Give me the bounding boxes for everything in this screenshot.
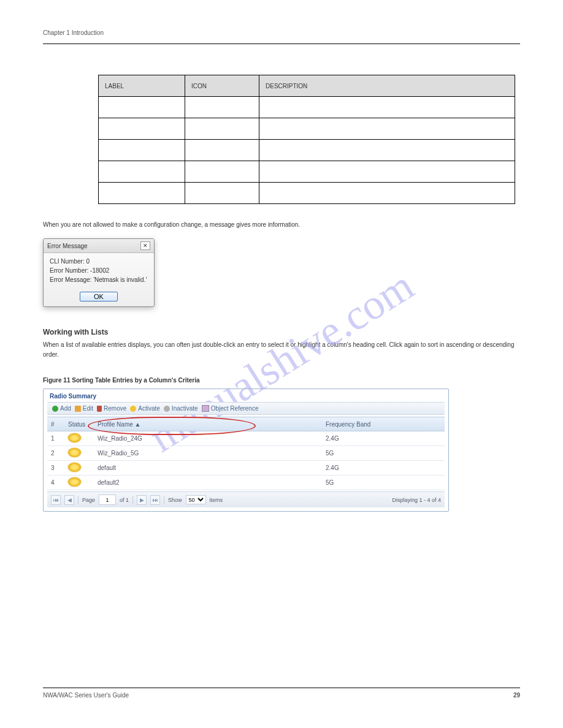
section-heading: Working with Lists [43,328,520,336]
col-status[interactable]: Status [64,419,94,430]
figure-caption: Figure 11 Sorting Table Entries by a Col… [43,377,520,384]
col-profile-name[interactable]: Profile Name ▲ [94,419,322,430]
reference-icon [202,405,209,412]
displaying-label: Displaying 1 - 4 of 4 [392,497,441,503]
th-icon: ICON [185,75,259,97]
dialog-titlebar[interactable]: Error Message ✕ [44,239,154,253]
activate-button[interactable]: Activate [130,405,160,412]
page-footer: NWA/WAC Series User's Guide 29 [43,688,520,699]
page-input[interactable] [99,495,116,505]
dialog-title: Error Message [47,243,88,249]
inactivate-button[interactable]: Inactivate [164,405,198,412]
status-bulb-icon [68,433,81,442]
error-dialog: Error Message ✕ CLI Number: 0 Error Numb… [43,238,155,307]
next-page-button[interactable]: ▶ [137,495,147,505]
last-page-button[interactable]: ⏭ [150,495,160,505]
col-num[interactable]: # [47,419,64,430]
footer-title: NWA/WAC Series User's Guide [43,692,129,699]
dialog-errmsg: Error Message: 'Netmask is invalid.' [50,275,148,284]
remove-button[interactable]: Remove [97,405,126,412]
close-icon[interactable]: ✕ [140,241,150,250]
grid-header: # Status Profile Name ▲ Frequency Band [47,417,445,431]
plus-icon [52,406,58,412]
trash-icon [97,406,102,412]
page-size-select[interactable]: 50 [186,495,206,504]
add-button[interactable]: Add [52,405,71,412]
status-bulb-icon [68,448,81,457]
radio-summary-panel: Radio Summary Add Edit Remove Activate I… [43,389,449,512]
table-row[interactable]: 2 Wiz_Radio_5G 5G [47,446,445,461]
prev-page-button[interactable]: ◀ [64,495,74,505]
pre-dialog-text: When you are not allowed to make a confi… [43,220,520,230]
bulb-off-icon [164,406,170,412]
ok-button[interactable]: OK [80,292,118,301]
header-rule [43,44,520,44]
pager: ⏮ ◀ Page of 1 ▶ ⏭ Show 50 items Displayi… [47,491,445,507]
table-row[interactable]: 4 default2 5G [47,476,445,490]
object-ref-button[interactable]: Object Reference [202,405,259,412]
dialog-body: CLI Number: 0 Error Number: -18002 Error… [44,253,154,288]
th-label: LABEL [99,75,185,97]
panel-toolbar: Add Edit Remove Activate Inactivate Obje… [47,402,445,415]
status-bulb-icon [68,477,81,487]
th-desc: DESCRIPTION [259,75,515,97]
edit-button[interactable]: Edit [75,405,93,412]
status-bulb-icon [68,463,81,472]
first-page-button[interactable]: ⏮ [51,495,61,505]
bulb-on-icon [130,406,136,412]
col-freq-band[interactable]: Frequency Band [322,419,445,430]
icon-table: LABEL ICON DESCRIPTION [98,75,515,204]
doc-header: Chapter 1 Introduction [43,29,520,36]
dialog-errnum: Error Number: -18002 [50,266,148,275]
page-number: 29 [513,692,520,699]
pencil-icon [75,406,81,412]
table-row[interactable]: 3 default 2.4G [47,461,445,476]
panel-title: Radio Summary [44,389,448,402]
dialog-cli: CLI Number: 0 [50,257,148,266]
section-body: When a list of available entries display… [43,340,520,360]
table-row[interactable]: 1 Wiz_Radio_24G 2.4G [47,431,445,446]
